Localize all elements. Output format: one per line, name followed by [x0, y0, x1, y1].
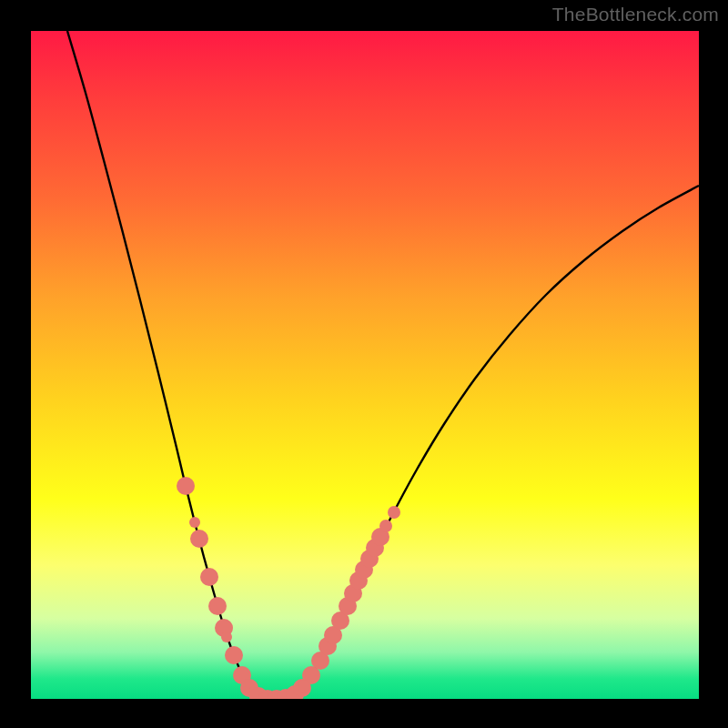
overlay-dot	[379, 520, 392, 532]
overlay-dot	[225, 646, 243, 664]
overlay-dot	[177, 477, 195, 495]
overlay-dot	[189, 517, 200, 528]
overlay-dots	[177, 477, 400, 699]
overlay-dot	[200, 568, 218, 586]
chart-root: TheBottleneck.com	[0, 0, 728, 728]
overlay-dot	[388, 506, 400, 519]
watermark-text: TheBottleneck.com	[552, 4, 719, 25]
overlay-dot	[208, 597, 227, 615]
curve-layer	[31, 31, 699, 699]
overlay-dot	[190, 530, 208, 548]
plot-area	[31, 31, 699, 699]
bottleneck-curve	[67, 31, 699, 699]
overlay-dot	[298, 680, 310, 693]
overlay-dot	[221, 632, 232, 642]
